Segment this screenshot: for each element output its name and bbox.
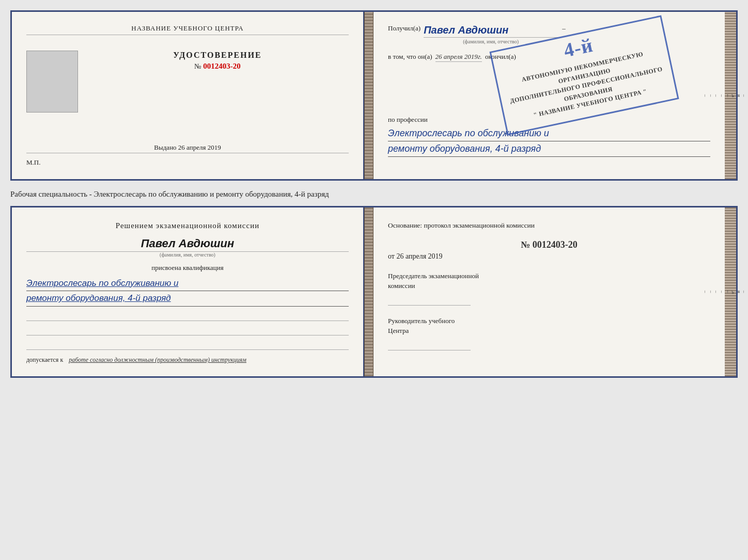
qualification-line2: ремонту оборудования, 4-й разряд <box>26 291 349 307</box>
fio-hint-top: (фамилия, имя, отчество) <box>424 37 558 44</box>
допускается-label: допускается к <box>26 356 63 364</box>
top-cert-right: 4-й АВТОНОМНУЮ НЕКОММЕРЧЕСКУЮ ОРГАНИЗАЦИ… <box>373 12 725 179</box>
chairman-signature-line <box>388 295 471 306</box>
profession-value-line1: Электрослесарь по обслуживанию и <box>388 126 710 141</box>
assigned-label: присвоена квалификация <box>26 264 349 272</box>
blank-line-2 <box>26 325 349 335</box>
head-signature-line <box>388 340 471 350</box>
bottom-fio-hint: (фамилия, имя, отчество) <box>26 252 349 258</box>
chairman-label-2: комиссии <box>388 282 415 290</box>
blank-line-3 <box>26 340 349 350</box>
profession-block: по профессии Электрослесарь по обслужива… <box>388 116 710 157</box>
protocol-number: 0012403-20 <box>533 239 578 250</box>
qualification-line1: Электрослесарь по обслуживанию и <box>26 276 349 292</box>
between-text: Рабочая специальность - Электрослесарь п… <box>10 187 738 200</box>
b-side-arrow: ← <box>725 290 730 294</box>
b-side-char-i: и <box>736 290 742 294</box>
protocol-date-line: от 26 апреля 2019 <box>388 252 710 261</box>
side-arrow: ← <box>725 93 730 98</box>
допускается-value: работе согласно должностным (производств… <box>69 356 246 364</box>
mp-label: М.П. <box>26 158 40 166</box>
protocol-date: 26 апреля 2019 <box>396 252 442 260</box>
side-dash-3: – <box>742 93 747 98</box>
right-side-deco: – – – и ,а ← – – – – <box>725 12 736 179</box>
bottom-spine-decoration <box>364 207 373 376</box>
head-label: Руководитель учебного Центра <box>388 316 710 336</box>
protocol-prefix: № <box>521 239 530 250</box>
recipient-prefix: Получил(а) <box>388 24 420 33</box>
osnование-text: Основание: протокол экзаменационной коми… <box>388 221 535 229</box>
vtom-block: в том, что он(а) 26 апреля 2019г. окончи… <box>388 53 710 62</box>
issued-line: Выдано 26 апреля 2019 <box>26 143 349 153</box>
stamp-spacer <box>388 66 710 107</box>
profession-label: по профессии <box>388 116 710 124</box>
bottom-person-name: Павел Авдюшин <box>26 237 349 252</box>
recipient-block: Получил(а) Павел Авдюшин (фамилия, имя, … <box>388 24 710 44</box>
cert-title: УДОСТОВЕРЕНИЕ <box>173 51 262 60</box>
blank-line-1 <box>26 311 349 321</box>
top-cert-left: НАЗВАНИЕ УЧЕБНОГО ЦЕНТРА УДОСТОВЕРЕНИЕ №… <box>12 12 364 179</box>
bottom-cert-right: Основание: протокол экзаменационной коми… <box>373 207 725 376</box>
side-char-i: и <box>736 93 742 98</box>
vtom-prefix: в том, что он(а) <box>388 53 432 61</box>
decision-title: Решением экзаменационной комиссии <box>26 220 349 232</box>
bottom-right-side-deco: – – – и ,а ← – – – – <box>725 207 736 376</box>
b-side-dash-3: – <box>742 290 747 294</box>
head-block: Руководитель учебного Центра <box>388 316 710 350</box>
chairman-block: Председатель экзаменационной комиссии <box>388 271 710 306</box>
chairman-label-1: Председатель экзаменационной <box>388 272 479 280</box>
b-side-char-a: ,а <box>730 290 736 294</box>
training-center-title: НАЗВАНИЕ УЧЕБНОГО ЦЕНТРА <box>26 24 349 35</box>
cert-number-line: № 0012403-20 <box>194 62 240 71</box>
head-label-2: Центра <box>388 327 409 334</box>
cert-number-prefix: № <box>194 62 201 70</box>
side-char-a: ,а <box>730 93 736 98</box>
profession-value-line2: ремонту оборудования, 4-й разряд <box>388 141 710 157</box>
vtom-date: 26 апреля 2019г. <box>435 53 482 62</box>
chairman-label: Председатель экзаменационной комиссии <box>388 271 710 291</box>
protocol-number-line: № 0012403-20 <box>388 239 710 250</box>
cert-number: 0012403-20 <box>203 62 241 70</box>
osnование-label: Основание: протокол экзаменационной коми… <box>388 220 710 231</box>
recipient-name: Павел Авдюшин <box>424 24 558 36</box>
top-left-content: НАЗВАНИЕ УЧЕБНОГО ЦЕНТРА УДОСТОВЕРЕНИЕ №… <box>26 24 349 167</box>
okonchil-label: окончил(а) <box>485 53 516 61</box>
head-label-1: Руководитель учебного <box>388 317 455 325</box>
dash-separator: – <box>562 24 566 33</box>
cert-number-block: УДОСТОВЕРЕНИЕ № 0012403-20 <box>86 51 349 71</box>
top-certificate: НАЗВАНИЕ УЧЕБНОГО ЦЕНТРА УДОСТОВЕРЕНИЕ №… <box>10 10 738 181</box>
bottom-certificate: Решением экзаменационной комиссии Павел … <box>10 206 738 378</box>
date-prefix: от <box>388 252 395 260</box>
recipient-name-block: Павел Авдюшин (фамилия, имя, отчество) <box>424 24 558 44</box>
photo-placeholder <box>26 51 78 113</box>
допускается-block: допускается к работе согласно должностны… <box>26 356 349 364</box>
spine-decoration <box>364 12 373 179</box>
bottom-cert-left: Решением экзаменационной комиссии Павел … <box>12 207 364 376</box>
issued-label: Выдано <box>154 143 176 151</box>
issued-date: 26 апреля 2019 <box>178 143 221 151</box>
